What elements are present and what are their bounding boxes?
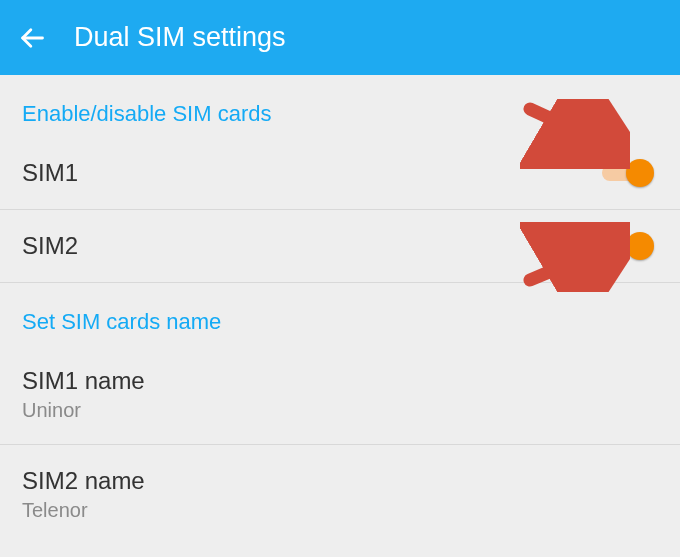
switch-thumb [626, 159, 654, 187]
switch-thumb [626, 232, 654, 260]
page-title: Dual SIM settings [74, 22, 286, 53]
annotation-arrow-icon [520, 222, 630, 292]
sim1-label: SIM1 [22, 159, 78, 187]
app-bar: Dual SIM settings [0, 0, 680, 75]
section-header-enable: Enable/disable SIM cards [0, 75, 680, 137]
section-header-names: Set SIM cards name [0, 283, 680, 345]
sim2-label: SIM2 [22, 232, 78, 260]
row-sim1-enable[interactable]: SIM1 [0, 137, 680, 210]
sim2-name-label: SIM2 name [22, 467, 145, 495]
sim1-toggle[interactable] [602, 164, 650, 182]
sim2-name-value: Telenor [22, 499, 145, 522]
back-icon[interactable] [18, 24, 46, 52]
sim1-name-value: Uninor [22, 399, 145, 422]
row-sim2-name[interactable]: SIM2 name Telenor [0, 445, 680, 522]
row-sim2-enable[interactable]: SIM2 [0, 210, 680, 283]
sim1-name-label: SIM1 name [22, 367, 145, 395]
sim2-toggle[interactable] [602, 237, 650, 255]
row-sim1-name[interactable]: SIM1 name Uninor [0, 345, 680, 445]
